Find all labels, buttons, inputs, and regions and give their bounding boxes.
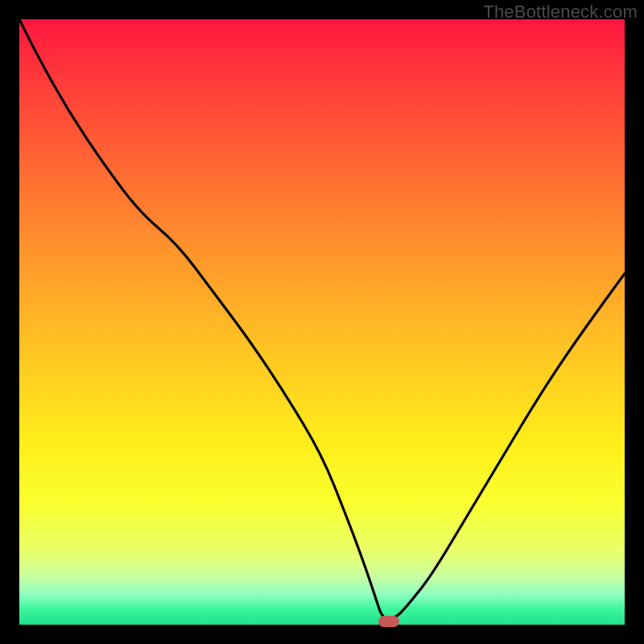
curve-path [19,19,625,619]
bottleneck-curve [19,19,625,625]
chart-frame: TheBottleneck.com [0,0,644,644]
optimal-marker [378,616,399,627]
plot-area [19,19,625,625]
